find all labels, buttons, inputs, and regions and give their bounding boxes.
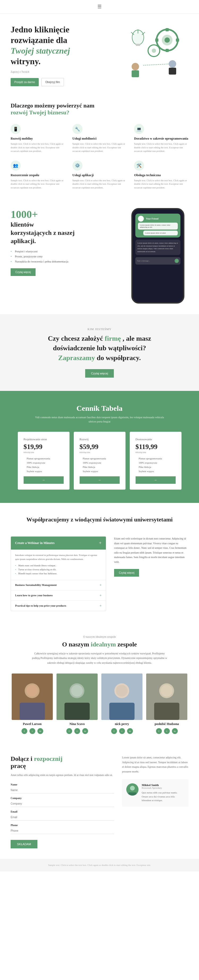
team-card: Nina Scavo f t in bbox=[57, 673, 98, 734]
email-input[interactable] bbox=[11, 814, 114, 821]
phone-contact-name: Your Friend bbox=[146, 217, 158, 220]
feature-item: 🛠️ Obsługa techniczna Sample text. Click… bbox=[134, 161, 188, 190]
partners-title: Współpracujemy z wiodącymi światowymi un… bbox=[11, 516, 188, 523]
facebook-icon[interactable]: f bbox=[156, 728, 162, 734]
feature-title: Obsługa techniczna bbox=[134, 173, 188, 177]
phone-msg-2: Lorem ipsum dolor sit amet bbox=[143, 231, 178, 235]
pricing-feature: Piłne Idekcja bbox=[80, 466, 119, 468]
pricing-title: Cennik Tabela bbox=[11, 404, 188, 413]
svg-rect-29 bbox=[109, 703, 135, 720]
pricing-card: Projektowanie stron $19,99 miesięczna Pl… bbox=[18, 432, 70, 490]
twitter-icon[interactable]: t bbox=[29, 728, 35, 734]
name-input[interactable] bbox=[11, 787, 114, 794]
feature-text: Sample text. Click to select the text bo… bbox=[11, 179, 65, 190]
webinar-list-item: • Turtur at risus viverra adipiscing ut … bbox=[15, 568, 102, 571]
svg-rect-15 bbox=[132, 70, 139, 77]
hamburger-icon[interactable]: ☰ bbox=[97, 4, 102, 10]
feature-title: Usługi mobilności bbox=[72, 137, 127, 141]
twitter-icon[interactable]: t bbox=[164, 728, 170, 734]
accordion-plus-icon: + bbox=[100, 604, 102, 608]
webinar-left: Create a Webinar in Minutes + Interdum v… bbox=[11, 536, 106, 611]
about-list-item: • Potężni i elastyczni bbox=[11, 250, 119, 253]
hero-section: Jedno kliknięcie rozwiązanie dla Twojej … bbox=[0, 14, 199, 94]
company-input[interactable] bbox=[11, 800, 114, 807]
about-list-item: • Proste, przejrzyste ceny bbox=[11, 255, 119, 258]
form-submit-button[interactable]: SKŁADAM bbox=[11, 840, 37, 848]
navbar: ☰ bbox=[0, 0, 199, 14]
accordion-header[interactable]: Business Sustainability Management + bbox=[11, 580, 106, 590]
team-member-name: posłubić Hudsona bbox=[146, 722, 187, 726]
team-social-links: f t in bbox=[12, 728, 53, 734]
phone-mockup: Your Friend Lorem ipsum dolor sit amet, … bbox=[131, 208, 185, 304]
webinar-right: Etiam sed velit scelerisque in dictum no… bbox=[114, 536, 188, 577]
twitter-icon[interactable]: t bbox=[74, 728, 80, 734]
pricing-feature: Szybnie wypysc bbox=[80, 470, 119, 473]
phone-label: Phone bbox=[11, 824, 114, 827]
accordion-title: Business Sustainability Management bbox=[15, 584, 57, 587]
pricing-feature: 100% responsywne bbox=[24, 461, 64, 464]
team-photo bbox=[146, 673, 187, 720]
team-social-links: f t in bbox=[57, 728, 98, 734]
join-title: Dołącz i rozpocznij pracę bbox=[11, 755, 114, 770]
team-section: O naszym idealnym zespole O naszym ideal… bbox=[0, 624, 199, 745]
linkedin-icon[interactable]: in bbox=[37, 728, 43, 734]
about-list-item: • Narzędzia do tworzenia i pełna dokumen… bbox=[11, 260, 119, 263]
kim-read-more-button[interactable]: Czytaj więcej bbox=[85, 369, 114, 378]
name-label: Name bbox=[11, 783, 114, 786]
accordion-title: Practical tips to help you price your pr… bbox=[15, 604, 66, 607]
webinar-list-item: • Blandit turpis cursus vitae hac habita… bbox=[15, 572, 102, 575]
team-social-links: f t in bbox=[146, 728, 187, 734]
accordion-plus-icon: + bbox=[100, 583, 102, 587]
feature-item: 📱 Rozwój mobilny Sample text. Click to s… bbox=[11, 124, 65, 153]
pricing-subtitle: Vidi commodo netus diam malesuada accums… bbox=[33, 415, 166, 424]
facebook-icon[interactable]: f bbox=[21, 728, 27, 734]
pricing-btn[interactable]: → bbox=[24, 476, 64, 484]
feature-text: Sample text. Click to select the text bo… bbox=[72, 142, 127, 153]
team-photo bbox=[12, 673, 53, 720]
testimonial-role: Kiowenek Sprzedaży bbox=[142, 786, 184, 789]
accordion-header[interactable]: Practical tips to help you price your pr… bbox=[11, 601, 106, 611]
demo-button[interactable]: Przejdź za darmo bbox=[11, 78, 39, 86]
twitter-icon[interactable]: t bbox=[119, 728, 125, 734]
about-section: 1000+ klientów korzystających z naszej a… bbox=[0, 200, 199, 314]
facebook-icon[interactable]: f bbox=[66, 728, 72, 734]
svg-line-18 bbox=[143, 64, 169, 65]
pricing-btn[interactable]: → bbox=[135, 476, 176, 484]
svg-point-8 bbox=[152, 49, 156, 53]
testimonial-text: Quis metus nibh cras pulvinar mattis. Or… bbox=[142, 791, 184, 802]
pricing-btn[interactable]: → bbox=[80, 476, 119, 484]
linkedin-icon[interactable]: in bbox=[127, 728, 133, 734]
pricing-period: miesięczna bbox=[135, 451, 176, 453]
svg-rect-4 bbox=[166, 49, 169, 52]
feature-text: Sample text. Click to select the text bo… bbox=[11, 142, 65, 153]
webinar-read-more-button[interactable]: Czytaj więcej bbox=[114, 569, 139, 577]
hero-left: Jedno kliknięcie rozwiązanie dla Twojej … bbox=[11, 24, 119, 86]
feature-item: 💻 Doradztwo w zakresie oprogramowania Sa… bbox=[134, 124, 188, 153]
join-left: Dołącz i rozpocznij pracę Amet tellus or… bbox=[11, 755, 114, 848]
linkedin-icon[interactable]: in bbox=[82, 728, 88, 734]
join-form: Name Company Email Phone SKŁADAM bbox=[11, 783, 114, 848]
pricing-feature: Platnat oprogramowania bbox=[80, 457, 119, 460]
feature-text: Sample text. Click to select the text bo… bbox=[134, 142, 188, 153]
feature-text: Sample text. Click to select the text bo… bbox=[72, 179, 127, 190]
linkedin-icon[interactable]: in bbox=[172, 728, 178, 734]
about-subtitle: klientów korzystających z naszej aplikac… bbox=[11, 221, 119, 245]
pricing-card: Rozwój $59,99 miesięczna Platnat oprogra… bbox=[74, 432, 126, 490]
team-description: Całkowicie synergizuj relacje w zakresie… bbox=[30, 651, 169, 665]
webinar-list-item: • Mattis nunc sed blandit libero volutpa… bbox=[15, 564, 102, 567]
about-read-more-button[interactable]: Czytaj więcej bbox=[11, 268, 35, 276]
webinar-header[interactable]: Create a Webinar in Minutes + bbox=[11, 536, 106, 550]
team-photo bbox=[57, 673, 98, 720]
team-title: O naszym idealnym zespole bbox=[11, 641, 188, 648]
kim-title: Czy chcesz założyć firmę , ale masz dośw… bbox=[11, 334, 188, 363]
svg-rect-10 bbox=[136, 44, 140, 46]
facebook-icon[interactable]: f bbox=[111, 728, 117, 734]
join-desc: Amet tellus orbi adipiscing enim eu turp… bbox=[11, 773, 114, 777]
phone-input[interactable] bbox=[11, 828, 114, 834]
about-list: • Potężni i elastyczni • Proste, przejrz… bbox=[11, 250, 119, 263]
feature-item: 👥 Rozszerzenie zespołu Sample text. Clic… bbox=[11, 161, 65, 190]
video-button[interactable]: Obejrzyj film bbox=[41, 78, 64, 86]
webinar-card: Create a Webinar in Minutes + Interdum v… bbox=[11, 536, 106, 611]
accordion-header[interactable]: Learn how to grow your business + bbox=[11, 590, 106, 601]
testimonial-avatar bbox=[126, 783, 139, 795]
